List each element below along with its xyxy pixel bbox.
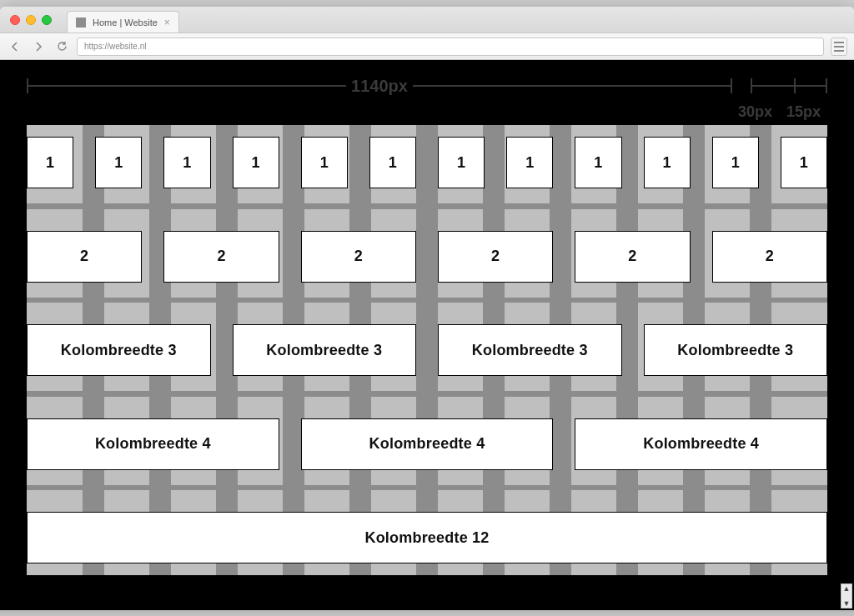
url-text: https://website.nl [84,42,146,51]
container-width-ruler: 1140px [27,78,732,93]
container-width-label: 1140px [346,77,413,96]
scroll-up-icon[interactable]: ▲ [843,584,851,593]
grid-cell: Kolombreedte 12 [27,512,827,563]
maximize-window-icon[interactable] [42,15,52,25]
browser-tab[interactable]: Home | Website × [67,11,179,33]
grid-cell: 1 [781,137,827,188]
grid-cell: Kolombreedte 4 [301,418,554,470]
close-window-icon[interactable] [10,15,20,25]
grid-cell: Kolombreedte 4 [575,418,827,470]
row-span-12: Kolombreedte 12 [27,500,827,575]
grid-cell: Kolombreedte 4 [27,418,279,470]
grid-cell: 1 [233,137,279,188]
grid-diagram: 1 1 1 1 1 1 1 1 1 1 1 1 2 2 2 [27,125,827,575]
grid-cell: 2 [575,231,690,283]
scrollbar-stub[interactable]: ▲ ▼ [841,583,852,608]
grid-cell: Kolombreedte 3 [438,324,622,376]
window-controls [7,7,60,33]
grid-cell: 1 [95,137,142,188]
row-span-3: Kolombreedte 3 Kolombreedte 3 Kolombreed… [27,313,827,388]
nav-bar: https://website.nl [0,33,854,60]
grid-cell: 1 [506,137,553,188]
grid-cell: Kolombreedte 3 [644,324,828,376]
grid-cell: 1 [438,137,485,188]
scroll-down-icon[interactable]: ▼ [843,599,851,608]
url-input[interactable]: https://website.nl [77,38,824,56]
padding-ruler [794,78,827,93]
grid-cell: 2 [712,231,827,283]
grid-cell: 2 [438,231,553,283]
grid-rows: 1 1 1 1 1 1 1 1 1 1 1 1 2 2 2 [27,125,827,575]
grid-cell: 1 [27,137,73,188]
tab-bar: Home | Website × [0,7,854,33]
row-separator [27,485,827,491]
browser-window: Home | Website × https://website.nl 1140… [0,7,854,616]
grid-cell: Kolombreedte 3 [233,324,417,376]
hamburger-menu-icon[interactable] [831,38,847,56]
favicon-icon [76,18,86,28]
padding-width-label: 15px [786,103,821,121]
grid-cell: 1 [644,137,691,188]
grid-cell: 2 [301,231,416,283]
reload-button[interactable] [53,38,70,55]
dimension-ruler: 1140px 30px 15px [13,75,841,125]
row-span-2: 2 2 2 2 2 2 [27,219,827,294]
row-separator [27,298,827,303]
row-span-1: 1 1 1 1 1 1 1 1 1 1 1 1 [27,125,827,200]
forward-button[interactable] [30,38,47,55]
row-separator [27,391,827,397]
grid-cell: 1 [163,137,210,188]
row-span-4: Kolombreedte 4 Kolombreedte 4 Kolombreed… [27,407,827,482]
back-button[interactable] [7,38,23,55]
grid-cell: 1 [369,137,416,188]
grid-cell: 2 [27,231,142,283]
page-viewport: 1140px 30px 15px 1 1 1 1 [0,60,854,610]
grid-cell: Kolombreedte 3 [27,324,211,376]
gutter-rulers: 30px 15px [751,78,827,93]
grid-cell: 1 [712,137,759,188]
window-footer-shadow [0,610,854,616]
row-separator [27,203,827,209]
close-tab-icon[interactable]: × [164,17,170,28]
grid-cell: 1 [301,137,348,188]
grid-cell: 2 [163,231,279,283]
tab-title: Home | Website [93,18,158,28]
gutter-ruler [751,78,796,93]
minimize-window-icon[interactable] [26,15,36,25]
grid-cell: 1 [575,137,621,188]
gutter-width-label: 30px [738,103,772,121]
